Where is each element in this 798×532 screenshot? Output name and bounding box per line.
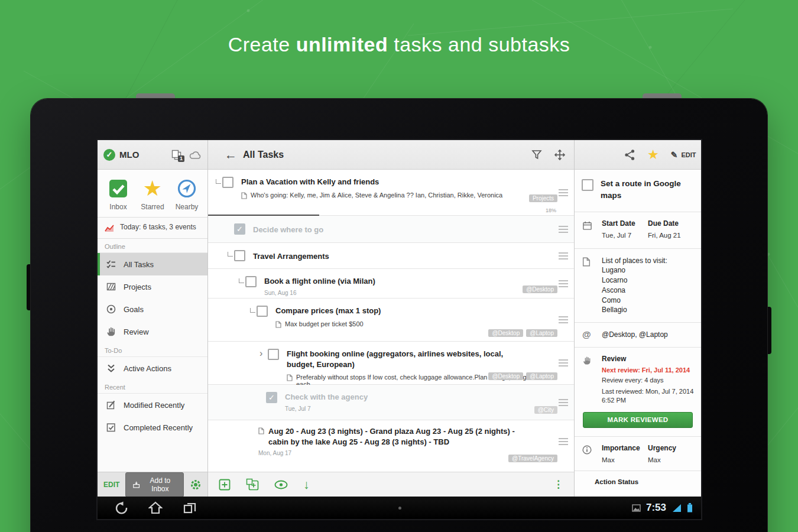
task-title: Flight booking online (aggregators, airl… bbox=[287, 349, 530, 369]
android-recents-button[interactable] bbox=[183, 501, 197, 514]
android-navbar: 7:53 bbox=[98, 497, 701, 519]
importance-value[interactable]: Max bbox=[602, 456, 648, 463]
share-icon[interactable] bbox=[624, 149, 635, 161]
task-note: Who's going: Kelly, me, Jim & Alice, Ste… bbox=[241, 192, 530, 199]
start-date-value[interactable]: Tue, Jul 7 bbox=[602, 232, 648, 239]
edit-outline-button[interactable]: EDIT bbox=[103, 481, 119, 489]
sidebar-item-label: Review bbox=[124, 327, 149, 336]
expand-chevron-icon[interactable]: › bbox=[259, 348, 262, 359]
task-checkbox[interactable] bbox=[245, 276, 257, 287]
urgency-value[interactable]: Max bbox=[648, 456, 694, 463]
settings-gear-icon[interactable] bbox=[190, 479, 202, 491]
task-detail-panel: ★ ✎ EDIT Set a route in Google maps bbox=[575, 140, 701, 497]
drag-handle[interactable] bbox=[559, 316, 568, 323]
context-chip[interactable]: @Desktop bbox=[488, 329, 523, 337]
task-checkbox[interactable] bbox=[257, 306, 268, 317]
drag-handle[interactable] bbox=[559, 399, 568, 406]
task-row[interactable]: Plan a Vacation with Kelly and friends W… bbox=[208, 170, 574, 216]
sidebar-item-active-actions[interactable]: Active Actions bbox=[98, 357, 207, 379]
due-date-value[interactable]: Fri, Aug 21 bbox=[648, 232, 694, 239]
android-home-button[interactable] bbox=[148, 501, 163, 514]
goals-target-icon bbox=[106, 304, 116, 314]
views-icon[interactable]: 1 bbox=[171, 150, 182, 160]
view-eye-button[interactable] bbox=[274, 480, 288, 489]
sidebar-item-label: Completed Recently bbox=[124, 423, 193, 432]
context-chip[interactable]: @TravelAgency bbox=[508, 455, 557, 462]
tablet-screen: ✓ MLO 1 bbox=[98, 140, 701, 519]
context-chip[interactable]: @Desktop bbox=[488, 372, 523, 380]
add-subtask-button[interactable] bbox=[246, 478, 259, 491]
drag-handle[interactable] bbox=[559, 226, 568, 233]
sidebar-item-all-tasks[interactable]: All Tasks bbox=[98, 253, 207, 275]
task-row[interactable]: Book a flight online (via Milan) Sun, Au… bbox=[208, 269, 574, 299]
add-to-inbox-label: Add to Inbox bbox=[144, 476, 176, 493]
task-checkbox[interactable] bbox=[222, 177, 233, 188]
context-chip[interactable]: @Laptop bbox=[526, 329, 557, 337]
sidebar-item-label: All Tasks bbox=[124, 260, 154, 269]
quick-starred[interactable]: ★ Starred bbox=[135, 177, 170, 211]
quick-inbox[interactable]: Inbox bbox=[101, 177, 135, 211]
add-task-button[interactable] bbox=[219, 479, 231, 491]
sidebar-item-projects[interactable]: Projects bbox=[98, 275, 207, 298]
add-to-inbox-button[interactable]: Add to Inbox bbox=[125, 472, 184, 497]
detail-task-checkbox[interactable] bbox=[582, 179, 593, 191]
review-hand-icon bbox=[582, 356, 592, 365]
drag-handle[interactable] bbox=[559, 359, 568, 366]
task-checkbox[interactable] bbox=[268, 349, 279, 360]
task-checkbox-checked[interactable] bbox=[266, 392, 277, 403]
drag-handle[interactable] bbox=[559, 438, 568, 445]
task-date: Tue, Jul 7 bbox=[285, 406, 530, 412]
move-reorder-icon[interactable] bbox=[554, 149, 566, 161]
notes-text[interactable]: List of places to visit: Lugano Locarno … bbox=[582, 256, 694, 316]
task-row[interactable]: Decide where to go bbox=[208, 216, 574, 243]
drag-handle[interactable] bbox=[559, 280, 568, 287]
today-summary[interactable]: Today: 6 tasks, 3 events bbox=[98, 218, 207, 239]
filter-icon[interactable] bbox=[531, 150, 542, 160]
drag-handle[interactable] bbox=[559, 252, 568, 259]
move-down-button[interactable]: ↓ bbox=[303, 478, 310, 491]
tree-connector bbox=[239, 278, 244, 283]
context-chip[interactable]: @Laptop bbox=[526, 372, 557, 380]
cloud-sync-icon[interactable] bbox=[189, 150, 202, 160]
edit-task-button[interactable]: ✎ EDIT bbox=[671, 150, 701, 160]
mark-reviewed-button[interactable]: MARK REVIEWED bbox=[583, 412, 693, 428]
detail-action-status-section: Action Status bbox=[575, 471, 701, 492]
overflow-menu-icon[interactable]: ⋮ bbox=[553, 478, 563, 491]
sidebar-item-goals[interactable]: Goals bbox=[98, 298, 207, 320]
quick-access-row: Inbox ★ Starred Nearby bbox=[98, 170, 207, 218]
projects-icon bbox=[106, 281, 116, 292]
back-arrow-icon[interactable]: ← bbox=[225, 148, 237, 162]
drag-handle[interactable] bbox=[559, 189, 568, 196]
section-recent: Recent bbox=[98, 379, 207, 394]
context-chip[interactable]: @City bbox=[534, 406, 557, 414]
task-checkbox-checked[interactable] bbox=[234, 223, 245, 235]
review-label: Review bbox=[602, 355, 694, 363]
review-every-value: Review every: 4 days bbox=[602, 376, 694, 385]
note-icon bbox=[582, 257, 591, 267]
context-chip[interactable]: @Desktop bbox=[523, 286, 557, 293]
info-icon bbox=[582, 445, 592, 455]
sidebar-item-review[interactable]: Review bbox=[98, 320, 207, 343]
sidebar-item-completed-recently[interactable]: Completed Recently bbox=[98, 416, 207, 439]
importance-label: Importance bbox=[602, 444, 648, 452]
note-icon bbox=[287, 374, 293, 381]
context-chip[interactable]: Projects bbox=[529, 194, 557, 202]
star-favorite-icon[interactable]: ★ bbox=[647, 148, 659, 161]
task-toolbar: ↓ ⋮ bbox=[208, 472, 574, 497]
app-title: MLO bbox=[119, 150, 139, 160]
task-row[interactable]: Check with the agency Tue, Jul 7 @City bbox=[208, 385, 574, 420]
sidebar-item-modified-recently[interactable]: Modified Recently bbox=[98, 394, 207, 416]
task-row[interactable]: › Flight booking online (aggregators, ai… bbox=[208, 342, 574, 385]
quick-nearby[interactable]: Nearby bbox=[170, 177, 204, 211]
tablet-frame: ✓ MLO 1 bbox=[31, 99, 767, 532]
task-checkbox[interactable] bbox=[234, 250, 245, 261]
completed-checkbox-icon bbox=[106, 422, 116, 433]
sidebar-item-label: Active Actions bbox=[124, 364, 171, 373]
wifi-icon bbox=[672, 504, 682, 512]
compass-icon bbox=[170, 177, 204, 200]
contexts-value[interactable]: @Desktop, @Laptop bbox=[582, 330, 694, 340]
edit-task-label: EDIT bbox=[681, 151, 696, 158]
task-row[interactable]: Travel Arrangements bbox=[208, 243, 574, 269]
task-row[interactable]: Compare prices (max 1 stop) Max budget p… bbox=[208, 299, 574, 342]
android-back-button[interactable] bbox=[114, 501, 128, 514]
